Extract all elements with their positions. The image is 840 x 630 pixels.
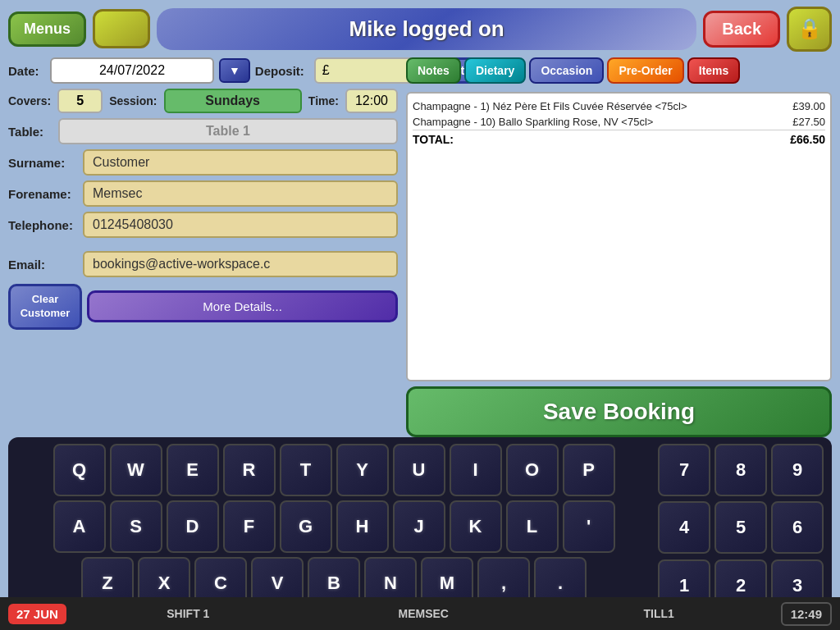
notes-total-value: £66.50 <box>790 133 825 146</box>
telephone-label: Telephone: <box>8 218 78 232</box>
num-6[interactable]: 6 <box>771 501 824 554</box>
date-input[interactable] <box>50 57 214 84</box>
tab-dietary[interactable]: Dietary <box>464 57 526 84</box>
deposit-input[interactable] <box>330 63 412 78</box>
num-8[interactable]: 8 <box>714 444 767 496</box>
right-panel: Notes Dietary Occasion Pre-Order Items C… <box>406 57 832 437</box>
notes-total-label: TOTAL: <box>413 133 454 146</box>
notes-item-2: Champagne - 10) Ballo Sparkling Rose, NV… <box>413 114 825 130</box>
lock-button[interactable]: 🔒 <box>787 7 832 52</box>
notes-item-1: Champagne - 1) Néz Père Et Fils Cuvée Ré… <box>413 98 825 114</box>
yellow-button[interactable] <box>93 9 150 48</box>
telephone-input[interactable] <box>83 212 398 238</box>
forename-label: Forename: <box>8 187 78 201</box>
bottom-buttons-row: ClearCustomer More Details... <box>8 284 398 330</box>
key-k[interactable]: K <box>450 500 502 553</box>
num-5[interactable]: 5 <box>714 501 767 554</box>
status-shift: SHIFT 1 <box>75 607 302 620</box>
tab-preorder[interactable]: Pre-Order <box>607 57 683 84</box>
back-button[interactable]: Back <box>703 11 780 48</box>
status-date: 27 JUN <box>8 604 66 624</box>
notes-item-2-text: Champagne - 10) Ballo Sparkling Rose, NV… <box>413 116 653 128</box>
key-j[interactable]: J <box>393 500 445 553</box>
key-g[interactable]: G <box>280 500 332 553</box>
session-value: Sundays <box>164 89 302 113</box>
menus-button[interactable]: Menus <box>8 11 86 47</box>
header: Menus Mike logged on Back 🔒 <box>0 0 840 57</box>
key-y[interactable]: Y <box>336 444 389 496</box>
header-title: Mike logged on <box>157 8 696 50</box>
key-r[interactable]: R <box>223 444 276 496</box>
save-booking-button[interactable]: Save Booking <box>406 386 832 437</box>
key-h[interactable]: H <box>336 500 389 553</box>
forename-row: Forename: <box>8 180 398 207</box>
key-apostrophe[interactable]: ' <box>563 500 615 553</box>
notes-item-2-price: £27.50 <box>792 116 825 128</box>
deposit-prefix: £ <box>322 63 330 78</box>
num-7[interactable]: 7 <box>658 444 710 496</box>
tab-occasion[interactable]: Occasion <box>529 57 604 84</box>
key-l[interactable]: L <box>506 500 559 553</box>
date-arrow-button[interactable]: ▼ <box>219 58 250 83</box>
key-q[interactable]: Q <box>53 444 106 496</box>
key-row-1: Q W E R T Y U I O P <box>16 444 651 496</box>
tab-items[interactable]: Items <box>687 57 741 84</box>
key-e[interactable]: E <box>167 444 219 496</box>
notes-area: Champagne - 1) Néz Père Et Fils Cuvée Ré… <box>406 92 832 381</box>
deposit-label: Deposit: <box>255 64 304 78</box>
key-row-2: A S D F G H J K L ' <box>16 500 651 553</box>
date-label: Date: <box>8 64 45 78</box>
surname-label: Surname: <box>8 156 78 170</box>
telephone-row: Telephone: <box>8 212 398 238</box>
more-details-button[interactable]: More Details... <box>87 290 398 322</box>
key-t[interactable]: T <box>280 444 332 496</box>
covers-label: Covers: <box>8 94 51 107</box>
table-value: Table 1 <box>58 118 398 144</box>
key-a[interactable]: A <box>53 500 106 553</box>
surname-input[interactable] <box>83 149 398 176</box>
left-panel: Date: ▼ Deposit: £ Existing... Covers: 5… <box>8 57 398 437</box>
lock-icon: 🔒 <box>797 17 822 40</box>
clear-customer-button[interactable]: ClearCustomer <box>8 284 82 330</box>
key-u[interactable]: U <box>393 444 445 496</box>
covers-value: 5 <box>57 89 103 113</box>
time-value: 12:00 <box>345 89 398 113</box>
num-4[interactable]: 4 <box>658 501 710 554</box>
surname-row: Surname: <box>8 149 398 176</box>
num-9[interactable]: 9 <box>771 444 824 496</box>
time-label: Time: <box>308 94 339 107</box>
key-i[interactable]: I <box>450 444 502 496</box>
main-content: Date: ▼ Deposit: £ Existing... Covers: 5… <box>0 57 840 437</box>
date-row: Date: ▼ Deposit: £ Existing... <box>8 57 398 84</box>
session-label: Session: <box>109 94 157 107</box>
status-bar: 27 JUN SHIFT 1 MEMSEC TILL1 12:49 <box>0 597 840 630</box>
notes-item-1-text: Champagne - 1) Néz Père Et Fils Cuvée Ré… <box>413 100 687 112</box>
email-input[interactable] <box>83 251 398 277</box>
key-s[interactable]: S <box>110 500 162 553</box>
key-d[interactable]: D <box>167 500 219 553</box>
deposit-field[interactable]: £ <box>314 57 420 84</box>
covers-session-row: Covers: 5 Session: Sundays Time: 12:00 <box>8 89 398 113</box>
notes-item-1-price: £39.00 <box>792 100 825 112</box>
key-f[interactable]: F <box>223 500 276 553</box>
key-p[interactable]: P <box>563 444 615 496</box>
status-user: MEMSEC <box>310 607 537 620</box>
table-label: Table: <box>8 125 53 139</box>
tab-notes[interactable]: Notes <box>406 57 461 84</box>
status-time: 12:49 <box>781 602 832 626</box>
key-o[interactable]: O <box>506 444 559 496</box>
key-w[interactable]: W <box>110 444 162 496</box>
tab-buttons: Notes Dietary Occasion Pre-Order Items <box>406 57 832 84</box>
email-label: Email: <box>8 258 78 272</box>
table-row-section: Table: Table 1 <box>8 118 398 144</box>
email-row: Email: <box>8 251 398 277</box>
notes-total: TOTAL: £66.50 <box>413 130 825 148</box>
status-till: TILL1 <box>546 607 773 620</box>
forename-input[interactable] <box>83 180 398 207</box>
